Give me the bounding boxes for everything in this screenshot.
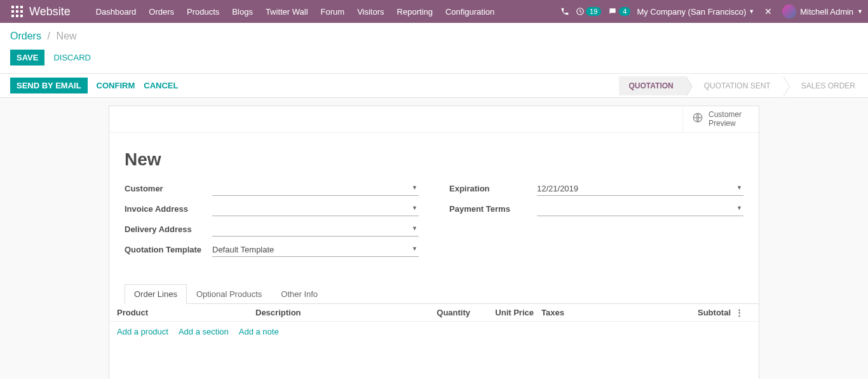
breadcrumb-sep: /: [48, 31, 50, 41]
payment-terms-field[interactable]: ▼: [537, 202, 743, 216]
nav-orders[interactable]: Orders: [142, 2, 180, 22]
company-name: My Company (San Francisco): [637, 7, 746, 17]
nav-products[interactable]: Products: [180, 2, 226, 22]
statusbar: SEND BY EMAIL CONFIRM CANCEL QUOTATION Q…: [0, 74, 868, 98]
user-menu[interactable]: Mitchell Admin ▼: [782, 4, 863, 18]
quotation-template-input[interactable]: [212, 245, 407, 254]
phone-icon[interactable]: [560, 7, 569, 16]
customer-preview-button[interactable]: Customer Preview: [682, 106, 759, 132]
payment-terms-input[interactable]: [537, 204, 732, 214]
topbar-right: 19 4 My Company (San Francisco) ▼ ✕ Mitc…: [560, 4, 863, 18]
tab-optional-products[interactable]: Optional Products: [187, 284, 271, 303]
quotation-template-field[interactable]: ▼: [212, 243, 419, 257]
right-column: Expiration ▼ Payment Terms ▼: [449, 181, 743, 263]
tabs: Order Lines Optional Products Other Info: [125, 284, 759, 304]
svg-rect-4: [16, 10, 18, 13]
label-invoice-address: Invoice Address: [125, 204, 212, 214]
save-button[interactable]: SAVE: [10, 50, 44, 65]
add-section-link[interactable]: Add a section: [179, 327, 229, 336]
activities-icon[interactable]: 19: [576, 7, 601, 16]
topbar: Website Dashboard Orders Products Blogs …: [0, 0, 868, 23]
customer-preview-label: Customer Preview: [709, 110, 742, 128]
nav-menu: Dashboard Orders Products Blogs Twitter …: [90, 2, 501, 22]
step-quotation-sent: QUOTATION SENT: [686, 76, 783, 95]
tab-other-info[interactable]: Other Info: [271, 284, 327, 303]
svg-rect-1: [16, 6, 18, 8]
user-name: Mitchell Admin: [800, 7, 853, 17]
label-customer: Customer: [125, 184, 212, 193]
th-quantity: Quantity: [419, 308, 470, 317]
delivery-address-input[interactable]: [212, 224, 407, 234]
page-title: New: [109, 133, 759, 181]
breadcrumb-current: New: [57, 31, 77, 41]
th-menu-icon[interactable]: ⋮: [731, 308, 743, 317]
customer-input[interactable]: [212, 184, 407, 193]
add-product-link[interactable]: Add a product: [117, 327, 168, 336]
chevron-down-icon: ▼: [857, 8, 863, 15]
apps-icon[interactable]: [11, 6, 23, 17]
action-row: SAVE DISCARD: [0, 47, 868, 74]
svg-rect-6: [11, 15, 14, 17]
table-header: Product Description Quantity Unit Price …: [109, 304, 759, 322]
delivery-address-field[interactable]: ▼: [212, 223, 419, 237]
nav-twitter-wall[interactable]: Twitter Wall: [259, 2, 315, 22]
chevron-down-icon: ▼: [412, 205, 417, 211]
svg-rect-5: [20, 10, 23, 13]
expiration-field[interactable]: ▼: [537, 182, 743, 196]
activities-badge: 19: [586, 7, 601, 16]
tab-order-lines[interactable]: Order Lines: [125, 284, 187, 304]
nav-reporting[interactable]: Reporting: [391, 2, 439, 22]
step-quotation[interactable]: QUOTATION: [619, 76, 686, 95]
chevron-down-icon: ▼: [749, 8, 754, 15]
form-body: Customer ▼ Invoice Address ▼: [109, 181, 759, 275]
close-icon[interactable]: ✕: [761, 6, 776, 17]
label-quotation-template: Quotation Template: [125, 245, 212, 254]
discard-button[interactable]: DISCARD: [53, 50, 91, 65]
nav-forum[interactable]: Forum: [315, 2, 351, 22]
customer-field[interactable]: ▼: [212, 182, 419, 196]
label-payment-terms: Payment Terms: [449, 204, 537, 214]
step-sales-order: SALES ORDER: [783, 76, 868, 95]
th-taxes: Taxes: [534, 308, 578, 317]
chevron-down-icon: ▼: [736, 205, 742, 211]
nav-visitors[interactable]: Visitors: [351, 2, 390, 22]
company-selector[interactable]: My Company (San Francisco) ▼: [637, 7, 754, 17]
status-steps: QUOTATION QUOTATION SENT SALES ORDER: [619, 76, 868, 95]
brand-title[interactable]: Website: [29, 5, 71, 18]
breadcrumb: Orders / New: [0, 23, 868, 47]
left-column: Customer ▼ Invoice Address ▼: [125, 181, 419, 263]
invoice-address-input[interactable]: [212, 204, 407, 214]
invoice-address-field[interactable]: ▼: [212, 202, 419, 216]
breadcrumb-root[interactable]: Orders: [10, 31, 41, 41]
nav-blogs[interactable]: Blogs: [226, 2, 259, 22]
avatar: [782, 4, 796, 18]
expiration-input[interactable]: [537, 184, 732, 193]
chevron-down-icon: ▼: [412, 184, 417, 191]
chevron-down-icon: ▼: [736, 184, 742, 191]
chevron-down-icon: ▼: [412, 225, 417, 231]
svg-rect-8: [20, 15, 23, 17]
globe-icon: [692, 112, 703, 126]
th-product: Product: [117, 308, 255, 317]
send-by-email-button[interactable]: SEND BY EMAIL: [10, 78, 88, 93]
form-sheet: Customer Preview New Customer ▼: [109, 106, 759, 379]
nav-configuration[interactable]: Configuration: [439, 2, 501, 22]
svg-rect-3: [11, 10, 14, 13]
messages-badge: 4: [619, 7, 630, 16]
nav-dashboard[interactable]: Dashboard: [90, 2, 143, 22]
content: Customer Preview New Customer ▼: [0, 98, 868, 379]
confirm-button[interactable]: CONFIRM: [97, 78, 135, 93]
th-unit-price: Unit Price: [470, 308, 534, 317]
th-subtotal: Subtotal: [578, 308, 731, 317]
svg-rect-7: [16, 15, 18, 17]
svg-rect-0: [11, 6, 14, 8]
label-expiration: Expiration: [449, 184, 537, 193]
button-box: Customer Preview: [109, 106, 759, 133]
th-description: Description: [255, 308, 419, 317]
chevron-down-icon: ▼: [412, 245, 417, 252]
cancel-button[interactable]: CANCEL: [144, 78, 178, 93]
add-note-link[interactable]: Add a note: [239, 327, 279, 336]
status-actions: SEND BY EMAIL CONFIRM CANCEL: [0, 74, 188, 97]
messages-icon[interactable]: 4: [607, 7, 630, 16]
svg-rect-2: [20, 6, 23, 8]
